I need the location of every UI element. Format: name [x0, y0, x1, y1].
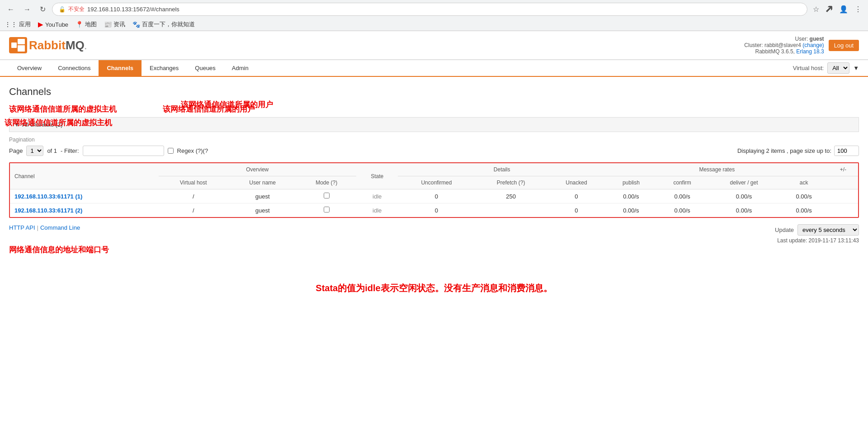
rmq-header: RabbitMQ. User: guest Cluster: rabbit@sl…	[0, 31, 868, 60]
cell-prefetch-1: 250	[475, 189, 547, 203]
filter-label: - Filter:	[61, 147, 79, 154]
col-header-channel: Channel	[10, 163, 159, 189]
cell-deliver-get-2: 0.00/s	[708, 203, 779, 217]
nav-connections[interactable]: Connections	[50, 60, 99, 76]
svg-rect-0	[11, 43, 17, 48]
update-select[interactable]: every 5 seconds every 10 seconds every 3…	[797, 224, 859, 236]
col-header-state: State	[356, 163, 398, 189]
state-badge-2: idle	[373, 207, 382, 214]
col-header-virtual-host: Virtual host	[159, 176, 228, 189]
bookmark-baidu-label: 百度一下，你就知道	[142, 20, 195, 28]
rmq-nav: Overview Connections Channels Exchanges …	[0, 60, 868, 77]
page-size-input[interactable]: 100	[834, 146, 859, 156]
footer-sep: |	[37, 224, 38, 231]
col-header-publish: publish	[606, 176, 656, 189]
regex-label: Regex (?)(?	[177, 147, 208, 154]
rmq-logo: RabbitMQ.	[9, 37, 87, 53]
regex-checkbox[interactable]	[168, 148, 174, 154]
baidu-icon: 🐾	[132, 21, 140, 28]
cell-prefetch-2	[475, 203, 547, 217]
news-icon: 📰	[104, 21, 112, 28]
change-link[interactable]: (change)	[802, 42, 824, 48]
mode-checkbox-1[interactable]	[324, 193, 330, 198]
last-update-label: Last update:	[777, 237, 807, 244]
nav-channels[interactable]: Channels	[99, 60, 142, 76]
state-badge-1: idle	[373, 193, 382, 200]
svg-rect-1	[18, 39, 25, 44]
erlang-link[interactable]: Erlang 18.3	[796, 48, 824, 55]
security-icon: 🔓	[59, 6, 66, 13]
update-row: Update every 5 seconds every 10 seconds …	[775, 224, 859, 236]
cell-vhost-2: /	[159, 203, 228, 217]
of-label: of 1	[47, 147, 57, 154]
display-info-area: Displaying 2 items , page size up to: 10…	[737, 146, 859, 156]
col-plus-minus[interactable]: +/-	[828, 163, 858, 176]
annotation-row-top: 该网络通信信道所属的虚拟主机 该网络通信信道所属的用户	[9, 104, 859, 114]
filter-input[interactable]	[83, 146, 164, 156]
cell-unconfirmed-2: 0	[398, 203, 475, 217]
channel-link-1[interactable]: 192.168.110.33:61171 (1)	[14, 193, 82, 200]
rmq-user-info-text: User: guest Cluster: rabbit@slaver4 (cha…	[744, 36, 824, 55]
page-label: Page	[9, 147, 23, 154]
star-button[interactable]: ☆	[811, 3, 821, 15]
http-api-link[interactable]: HTTP API	[9, 224, 35, 231]
cell-state-1: idle	[356, 189, 398, 203]
footer-links: HTTP API | Command Line	[9, 224, 109, 231]
main-content: Channels 该网络通信信道所属的用户 该网络通信信道所属的虚拟主机 该网络…	[0, 77, 868, 303]
cluster-label: Cluster:	[744, 42, 763, 48]
cell-user-2: guest	[228, 203, 297, 217]
cell-vhost-1: /	[159, 189, 228, 203]
rmq-nav-left: Overview Connections Channels Exchanges …	[9, 60, 257, 76]
bookmark-maps[interactable]: 📍 地图	[75, 20, 97, 28]
channels-table: Channel Overview State Details Message r…	[10, 163, 858, 217]
extension-button[interactable]: 🡽	[824, 4, 835, 15]
bookmark-youtube[interactable]: ▶ YouTube	[38, 20, 68, 28]
page-title: Channels	[9, 86, 859, 98]
bookmark-youtube-label: YouTube	[45, 21, 68, 28]
svg-rect-2	[18, 45, 25, 52]
menu-button[interactable]: ⋮	[853, 3, 863, 15]
bookmark-news-label: 资讯	[113, 20, 125, 28]
col-header-unconfirmed: Unconfirmed	[398, 176, 475, 189]
nav-overview[interactable]: Overview	[9, 60, 50, 76]
reload-button[interactable]: ↻	[37, 3, 48, 15]
nav-exchanges[interactable]: Exchanges	[142, 60, 187, 76]
url-text: 192.168.110.133:15672/#/channels	[87, 6, 179, 13]
forward-button[interactable]: →	[21, 4, 33, 15]
user-label: User:	[795, 36, 808, 42]
channel-link-2[interactable]: 192.168.110.33:61171 (2)	[14, 207, 82, 214]
col-header-deliver-get: deliver / get	[708, 176, 779, 189]
address-bar[interactable]: 🔓 不安全 192.168.110.133:15672/#/channels	[52, 3, 807, 16]
page-select[interactable]: 1	[26, 146, 43, 156]
cell-publish-1: 0.00/s	[606, 189, 656, 203]
virtual-host-select[interactable]: All /	[827, 62, 849, 74]
rmq-user-info: User: guest Cluster: rabbit@slaver4 (cha…	[744, 36, 859, 55]
nav-admin[interactable]: Admin	[224, 60, 257, 76]
cell-deliver-get-1: 0.00/s	[708, 189, 779, 203]
annotation-state: Stata的值为idle表示空闲状态。没有生产消息和消费消息。	[9, 282, 859, 294]
version-info: RabbitMQ 3.6.5, Erlang 18.3	[755, 48, 824, 55]
virtual-host-label: Virtual host:	[793, 65, 824, 71]
back-button[interactable]: ←	[5, 4, 17, 15]
channels-table-wrapper: Channel Overview State Details Message r…	[9, 162, 859, 218]
bookmark-apps[interactable]: ⋮⋮ 应用	[5, 20, 31, 28]
bookmark-baidu[interactable]: 🐾 百度一下，你就知道	[132, 20, 195, 28]
cell-confirm-2: 0.00/s	[656, 203, 708, 217]
cell-extra-2	[828, 203, 858, 217]
annotation-vhost: 该网络通信信道所属的虚拟主机	[5, 118, 112, 128]
pagination-area: Pagination Page 1 of 1 - Filter: Regex (…	[9, 137, 859, 156]
user-line: User: guest	[744, 36, 824, 42]
cell-user-1: guest	[228, 189, 297, 203]
col-header-user-name: User name	[228, 176, 297, 189]
cluster-line: Cluster: rabbit@slaver4 (change)	[744, 42, 824, 48]
rmq-logo-icon	[9, 37, 27, 53]
command-line-link[interactable]: Command Line	[40, 224, 80, 231]
logout-button[interactable]: Log out	[829, 40, 859, 51]
pagination-label: Pagination	[9, 137, 859, 143]
mode-checkbox-2[interactable]	[324, 207, 330, 213]
footer-links-area: HTTP API | Command Line 网络通信信息的地址和端口号	[9, 224, 109, 255]
profile-button[interactable]: 👤	[837, 3, 850, 15]
bookmark-news[interactable]: 📰 资讯	[104, 20, 125, 28]
nav-queues[interactable]: Queues	[187, 60, 224, 76]
col-header-extra	[828, 176, 858, 189]
